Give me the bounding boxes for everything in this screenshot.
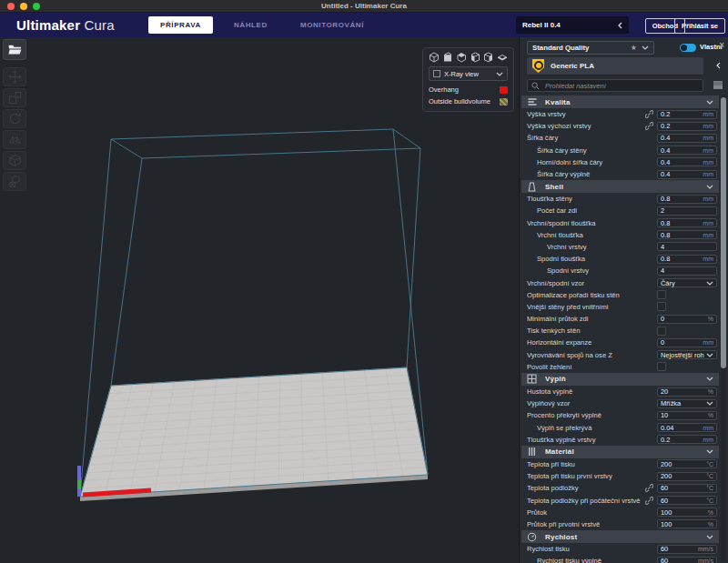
- setting-row: Výška vrstvy0.2mm: [521, 108, 719, 120]
- setting-dropdown[interactable]: Čáry: [657, 278, 717, 287]
- setting-dropdown[interactable]: Mřížka: [657, 399, 717, 408]
- setting-label: Vrchní/spodní vzor: [521, 279, 657, 287]
- setting-input[interactable]: 0.8mm: [657, 195, 717, 204]
- setting-value: 0.2: [661, 436, 703, 444]
- setting-label: Šířka čáry stěny: [521, 146, 657, 155]
- view-right-button[interactable]: [483, 52, 494, 63]
- setting-input[interactable]: 0.4mm: [657, 157, 717, 166]
- setting-input[interactable]: 4: [657, 242, 717, 251]
- setting-label: Optimalizace pořadí tisku stěn: [521, 291, 657, 299]
- setting-unit: mm: [703, 171, 713, 177]
- app-header: Ultimaker Cura PŘÍPRAVANÁHLEDMONITOROVÁN…: [0, 13, 728, 37]
- setting-input[interactable]: 0.8mm: [657, 230, 717, 239]
- setting-input[interactable]: 60mm/s: [657, 557, 717, 563]
- setting-checkbox[interactable]: [657, 362, 666, 371]
- setting-row: Procento překrytí výplně10%: [521, 409, 719, 421]
- setting-unit: °C: [706, 485, 713, 491]
- setting-input[interactable]: 10%: [657, 411, 717, 420]
- setting-unit: %: [708, 412, 713, 418]
- scale-button[interactable]: [3, 88, 26, 107]
- open-file-button[interactable]: [3, 39, 26, 60]
- app-logo: Ultimaker Cura: [16, 17, 115, 33]
- setting-input[interactable]: 0.04mm: [657, 423, 717, 432]
- setting-row: Rychlost tisku60mm/s: [521, 543, 719, 555]
- setting-unit: mm: [703, 425, 713, 431]
- view-top-button[interactable]: [456, 52, 467, 63]
- setting-input[interactable]: 60°C: [657, 484, 717, 493]
- legend-label: Overhang: [429, 85, 500, 94]
- view-mode-dropdown[interactable]: X-Ray view: [429, 66, 508, 81]
- chevron-down-icon: [706, 353, 713, 357]
- tab-preview[interactable]: NÁHLED: [222, 16, 279, 34]
- rotate-button[interactable]: [3, 109, 26, 128]
- scrollbar-thumb[interactable]: [721, 97, 726, 368]
- view-right-icon: [483, 52, 494, 63]
- setting-input[interactable]: 0.2mm: [657, 122, 717, 131]
- setting-input[interactable]: 20%: [657, 387, 717, 397]
- section-title: Kvalita: [545, 98, 706, 106]
- star-icon: ★: [631, 44, 637, 52]
- setting-row: Počet čar zdi2: [521, 205, 719, 216]
- setting-checkbox[interactable]: [657, 290, 666, 299]
- tab-prepare[interactable]: PŘÍPRAVA: [148, 16, 213, 34]
- setting-input[interactable]: 0.2mm: [657, 110, 717, 119]
- setting-input[interactable]: 0.4mm: [657, 170, 717, 179]
- tab-monitor[interactable]: MONITOROVÁNÍ: [288, 16, 376, 34]
- settings-scrollbar[interactable]: [721, 96, 726, 561]
- legend-swatch: [500, 98, 508, 106]
- setting-input[interactable]: 0.4mm: [657, 134, 717, 143]
- section-header-shell[interactable]: Shell: [521, 180, 719, 193]
- search-input[interactable]: [543, 81, 699, 91]
- custom-settings-toggle[interactable]: [680, 44, 696, 52]
- collapse-panel-icon[interactable]: [716, 62, 721, 69]
- setting-input[interactable]: 0mm: [657, 338, 717, 347]
- viewport-3d[interactable]: X-Ray view OverhangOutside buildvolume: [0, 37, 519, 563]
- setting-input[interactable]: 0%: [657, 315, 717, 324]
- setting-row: Tisk tenkých stěn: [521, 325, 719, 337]
- setting-unit: %: [708, 388, 713, 395]
- view-front-button[interactable]: [442, 52, 453, 63]
- view-bottom-button[interactable]: [497, 52, 508, 63]
- setting-input[interactable]: 0.4mm: [657, 146, 717, 155]
- setting-label: Horizontální expanze: [521, 338, 657, 347]
- section-header-quality[interactable]: Kvalita: [521, 96, 719, 108]
- profile-name: Standard Quality: [532, 44, 631, 52]
- setting-checkbox[interactable]: [657, 327, 666, 336]
- setting-checkbox[interactable]: [657, 302, 666, 311]
- setting-input[interactable]: 200°C: [657, 459, 717, 468]
- setting-input[interactable]: 100%: [657, 519, 717, 528]
- setting-value: 0.2: [661, 122, 703, 130]
- settings-search[interactable]: [527, 79, 703, 92]
- close-panel-icon[interactable]: ×: [719, 41, 724, 50]
- setting-input[interactable]: 0.2mm: [657, 435, 717, 444]
- section-header-material[interactable]: Materiál: [521, 446, 719, 458]
- extruder-material-tab[interactable]: Generic PLA: [527, 57, 703, 75]
- profile-dropdown[interactable]: Standard Quality ★: [527, 41, 654, 55]
- support-blocker-button[interactable]: [3, 172, 26, 191]
- setting-label: Teplota podložky při počáteční vrstvě: [521, 497, 645, 505]
- setting-input[interactable]: 100%: [657, 508, 717, 517]
- setting-dropdown[interactable]: Nejostřejší roh: [657, 350, 717, 359]
- view-3d-button[interactable]: [429, 52, 440, 63]
- setting-input[interactable]: 200°C: [657, 472, 717, 481]
- view-mode-label: X-Ray view: [444, 70, 496, 78]
- section-header-speed[interactable]: Rychlost: [521, 530, 719, 543]
- setting-unit: mm: [703, 123, 713, 129]
- settings-menu-icon[interactable]: [713, 81, 723, 89]
- setting-row: Šířka čáry stěny0.4mm: [521, 145, 719, 156]
- setting-input[interactable]: 0.8mm: [657, 255, 717, 264]
- printer-selector[interactable]: Rebel II 0.4: [516, 16, 629, 34]
- setting-input[interactable]: 4: [657, 266, 717, 276]
- sign-in-button[interactable]: Přihlásit se: [674, 18, 725, 34]
- mirror-button[interactable]: [3, 130, 26, 149]
- setting-input[interactable]: 60mm/s: [657, 545, 717, 554]
- setting-label: Vrchní tloušťka: [521, 231, 657, 239]
- section-header-infill[interactable]: Výplň: [521, 373, 719, 386]
- setting-label: Výška výchozí vrstvy: [521, 122, 645, 130]
- setting-input[interactable]: 2: [657, 206, 717, 216]
- view-left-button[interactable]: [470, 52, 480, 63]
- setting-input[interactable]: 0.8mm: [657, 218, 717, 227]
- move-button[interactable]: [3, 67, 26, 86]
- setting-input[interactable]: 60°C: [657, 496, 717, 505]
- per-model-settings-button[interactable]: [3, 151, 26, 170]
